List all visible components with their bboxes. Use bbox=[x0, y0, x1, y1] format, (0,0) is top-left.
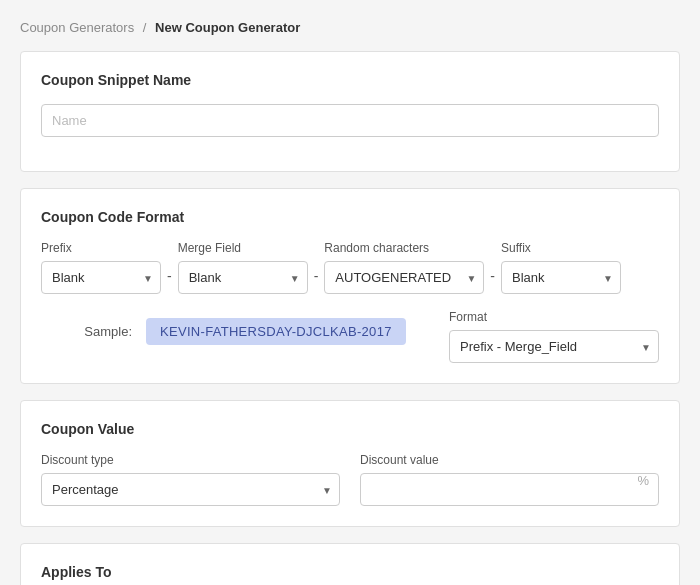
name-form-group bbox=[41, 104, 659, 137]
random-select-wrapper: AUTOGENERATED ▼ bbox=[324, 261, 484, 294]
sample-label: Sample: bbox=[84, 324, 132, 339]
merge-select-wrapper: Blank ▼ bbox=[178, 261, 308, 294]
breadcrumb-parent[interactable]: Coupon Generators bbox=[20, 20, 134, 35]
format-select-wrapper: Prefix - Merge_Field ▼ bbox=[449, 330, 659, 363]
applies-to-card: Applies To Entire order Selected product… bbox=[20, 543, 680, 585]
snippet-name-input[interactable] bbox=[41, 104, 659, 137]
format-card: Coupon Code Format Prefix Blank ▼ - Merg… bbox=[20, 188, 680, 384]
random-select[interactable]: AUTOGENERATED bbox=[324, 261, 484, 294]
prefix-label: Prefix bbox=[41, 241, 161, 255]
suffix-col: Suffix Blank ▼ bbox=[501, 241, 621, 294]
merge-select[interactable]: Blank bbox=[178, 261, 308, 294]
merge-col: Merge Field Blank ▼ bbox=[178, 241, 308, 294]
dot-2: - bbox=[314, 268, 319, 294]
snippet-name-title: Coupon Snippet Name bbox=[41, 72, 659, 88]
prefix-col: Prefix Blank ▼ bbox=[41, 241, 161, 294]
sample-value-badge: KEVIN-FATHERSDAY-DJCLKAB-2017 bbox=[146, 318, 406, 345]
discount-value-input[interactable]: 10 bbox=[360, 473, 659, 506]
breadcrumb: Coupon Generators / New Coupon Generator bbox=[20, 20, 680, 35]
dot-3: - bbox=[490, 268, 495, 294]
value-card: Coupon Value Discount type Percentage ▼ … bbox=[20, 400, 680, 527]
value-row: Discount type Percentage ▼ Discount valu… bbox=[41, 453, 659, 506]
suffix-select-wrapper: Blank ▼ bbox=[501, 261, 621, 294]
suffix-label: Suffix bbox=[501, 241, 621, 255]
discount-type-col: Discount type Percentage ▼ bbox=[41, 453, 340, 506]
discount-value-label: Discount value bbox=[360, 453, 659, 467]
prefix-select[interactable]: Blank bbox=[41, 261, 161, 294]
sample-row: Sample: KEVIN-FATHERSDAY-DJCLKAB-2017 bbox=[41, 318, 449, 345]
discount-type-wrapper: Percentage ▼ bbox=[41, 473, 340, 506]
random-col: Random characters AUTOGENERATED ▼ bbox=[324, 241, 484, 294]
dot-1: - bbox=[167, 268, 172, 294]
breadcrumb-current: New Coupon Generator bbox=[155, 20, 300, 35]
random-label: Random characters bbox=[324, 241, 484, 255]
breadcrumb-separator: / bbox=[143, 20, 147, 35]
format-title: Coupon Code Format bbox=[41, 209, 659, 225]
format-label: Format bbox=[449, 310, 659, 324]
discount-value-col: Discount value 10 % bbox=[360, 453, 659, 506]
prefix-select-wrapper: Blank ▼ bbox=[41, 261, 161, 294]
discount-type-select[interactable]: Percentage bbox=[41, 473, 340, 506]
snippet-name-card: Coupon Snippet Name bbox=[20, 51, 680, 172]
merge-label: Merge Field bbox=[178, 241, 308, 255]
discount-suffix-icon: % bbox=[637, 472, 649, 487]
value-title: Coupon Value bbox=[41, 421, 659, 437]
applies-to-title: Applies To bbox=[41, 564, 659, 580]
suffix-select[interactable]: Blank bbox=[501, 261, 621, 294]
discount-type-label: Discount type bbox=[41, 453, 340, 467]
format-col2: Format Prefix - Merge_Field ▼ bbox=[449, 310, 659, 363]
format-selects-row: Prefix Blank ▼ - Merge Field Blank ▼ - R… bbox=[41, 241, 659, 294]
format-select[interactable]: Prefix - Merge_Field bbox=[449, 330, 659, 363]
